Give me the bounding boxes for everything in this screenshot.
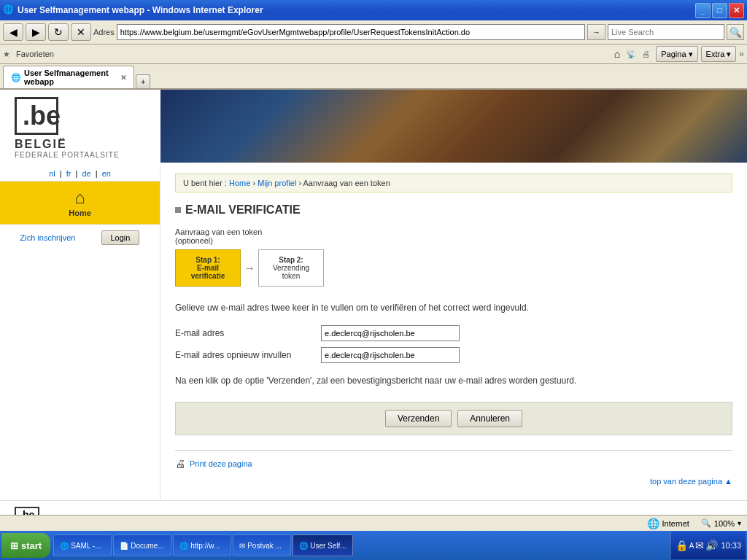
search-input[interactable] <box>608 24 724 40</box>
feed-icon: 📡 <box>626 50 636 59</box>
logo-country: BELGIË <box>15 138 146 151</box>
main-layout: nl | fr | de | en ⌂ Home Zich inschrijve… <box>0 166 747 500</box>
address-bar-container: Adres → <box>93 24 605 40</box>
navigation-bar: ◀ ▶ ↻ ✕ Adres → 🔍 <box>3 22 744 42</box>
email-form: E-mail adres E-mail adres opnieuw invull… <box>175 325 732 363</box>
info-text: Na een klik op de optie 'Verzenden', zal… <box>175 374 732 387</box>
description-text: Gelieve uw e-mail adres twee keer in te … <box>175 301 732 314</box>
lang-en[interactable]: en <box>102 169 111 178</box>
login-button[interactable]: Login <box>101 230 140 245</box>
step2-name: Verzendingtoken <box>269 264 313 280</box>
sidebar: nl | fr | de | en ⌂ Home Zich inschrijve… <box>0 166 160 500</box>
heading-square <box>175 207 181 213</box>
tab-label: User Selfmanagement webapp <box>24 69 117 86</box>
favorites-label[interactable]: Favorieten <box>16 50 54 58</box>
active-tab[interactable]: 🌐 User Selfmanagement webapp ✕ <box>3 66 134 88</box>
new-tab-button[interactable]: + <box>136 74 150 88</box>
email-row-1: E-mail adres <box>175 325 732 341</box>
lang-fr[interactable]: fr <box>66 169 71 178</box>
steps-container: Stap 1: E-mailverificatie → Stap 2: Verz… <box>175 249 732 287</box>
logo-subtitle: FEDERALE PORTAALSITE <box>15 151 146 159</box>
maximize-button[interactable]: □ <box>712 3 727 18</box>
site-header: .be BELGIË FEDERALE PORTAALSITE <box>0 90 747 166</box>
breadcrumb-label: U bent hier : <box>183 179 227 187</box>
register-link[interactable]: Zich inschrijven <box>20 233 76 242</box>
page-heading: E-MAIL VERIFICATIE <box>175 203 732 217</box>
content-area: U bent hier : Home › Mijn profiel › Aanv… <box>160 166 747 500</box>
action-bar: Verzenden Annuleren <box>175 402 732 435</box>
search-bar: 🔍 <box>608 24 744 40</box>
print-nav-icon: 🖨 <box>642 50 650 58</box>
top-link-area[interactable]: top van deze pagina ▲ <box>175 477 732 486</box>
top-link-icon: ▲ <box>724 477 732 486</box>
logo-be: .be <box>15 97 58 135</box>
stop-button[interactable]: ✕ <box>71 23 91 41</box>
cancel-button[interactable]: Annuleren <box>457 410 522 427</box>
print-area: 🖨 Print deze pagina <box>175 458 732 470</box>
back-button[interactable]: ◀ <box>3 23 23 41</box>
step1-box: Stap 1: E-mailverificatie <box>175 249 241 287</box>
lang-sep-2: | <box>75 169 80 178</box>
search-button[interactable]: 🔍 <box>727 24 744 40</box>
page-title: E-MAIL VERIFICATIE <box>185 203 301 217</box>
home-label: Home <box>69 209 91 217</box>
tab-close-button[interactable]: ✕ <box>120 74 126 82</box>
send-button[interactable]: Verzenden <box>385 410 452 427</box>
step1-label: Stap 1: <box>186 256 230 264</box>
language-bar: nl | fr | de | en <box>0 166 160 182</box>
minimize-button[interactable]: _ <box>695 3 711 18</box>
field1-label: E-mail adres <box>175 328 321 338</box>
home-nav-item[interactable]: ⌂ Home <box>0 182 160 224</box>
step1-name: E-mailverificatie <box>186 264 230 280</box>
steps-label: Aanvraag van een token (optioneel) <box>175 228 732 245</box>
printer-icon: 🖨 <box>175 458 185 470</box>
browser-content: .be BELGIË FEDERALE PORTAALSITE nl | fr … <box>0 90 747 520</box>
page-divider <box>175 450 732 451</box>
lang-de[interactable]: de <box>82 169 90 178</box>
go-button[interactable]: → <box>587 24 605 40</box>
steps-label-optional: (optioneel) <box>175 236 213 245</box>
favorites-icon: ★ <box>3 50 10 59</box>
email-input-2[interactable] <box>321 347 460 363</box>
steps-label-text: Aanvraag van een token <box>175 228 262 236</box>
status-zone: 🌐 Internet 🔍 100% ▾ <box>647 518 741 521</box>
ie-icon: 🌐 <box>3 4 15 16</box>
nav-toolbar: ◀ ▶ ↻ ✕ Adres → 🔍 <box>0 20 747 44</box>
home-icon: ⌂ <box>6 187 154 208</box>
step2-box: Stap 2: Verzendingtoken <box>258 249 324 287</box>
lang-sep-3: | <box>96 169 100 178</box>
refresh-button[interactable]: ↻ <box>48 23 69 41</box>
zoom-icon: 🔍 <box>701 518 711 520</box>
internet-icon: 🌐 <box>647 518 659 521</box>
zoom-level: 100% <box>714 519 735 521</box>
favorites-toolbar: ★ Favorieten ⌂ 📡 🖨 Pagina ▾ Extra ▾ » <box>0 44 747 64</box>
print-link[interactable]: Print deze pagina <box>190 459 252 468</box>
lang-nl[interactable]: nl <box>49 169 55 178</box>
header-image-overlay <box>160 90 747 163</box>
status-bar: 🌐 Internet 🔍 100% ▾ <box>0 515 747 520</box>
page-wrapper: .be BELGIË FEDERALE PORTAALSITE nl | fr … <box>0 90 747 520</box>
breadcrumb-home[interactable]: Home <box>229 179 250 187</box>
header-image <box>160 90 747 163</box>
field2-label: E-mail adres opnieuw invullen <box>175 350 321 360</box>
step-arrow: → <box>244 262 255 275</box>
breadcrumb-current: Aanvraag van een token <box>303 179 390 187</box>
breadcrumb-profile[interactable]: Mijn profiel <box>258 179 296 187</box>
toolbar-more-icon[interactable]: » <box>739 49 744 59</box>
home-nav-icon[interactable]: ⌂ <box>614 48 620 60</box>
address-input[interactable] <box>117 24 585 40</box>
email-row-2: E-mail adres opnieuw invullen <box>175 347 732 363</box>
top-link-text: top van deze pagina <box>650 477 722 486</box>
close-button[interactable]: ✕ <box>729 3 744 18</box>
extra-button[interactable]: Extra ▾ <box>701 46 737 62</box>
forward-button[interactable]: ▶ <box>26 23 46 41</box>
pagina-button[interactable]: Pagina ▾ <box>656 46 697 62</box>
breadcrumb: U bent hier : Home › Mijn profiel › Aanv… <box>175 174 732 192</box>
title-bar: 🌐 User Selfmanagement webapp - Windows I… <box>0 0 747 20</box>
zone-label: Internet <box>662 519 689 521</box>
email-input-1[interactable] <box>321 325 460 341</box>
zoom-dropdown-icon[interactable]: ▾ <box>738 519 741 520</box>
tab-bar: 🌐 User Selfmanagement webapp ✕ + <box>0 64 747 90</box>
window-title: User Selfmanagement webapp - Windows Int… <box>18 5 695 15</box>
logo-area: .be BELGIË FEDERALE PORTAALSITE <box>0 90 160 166</box>
